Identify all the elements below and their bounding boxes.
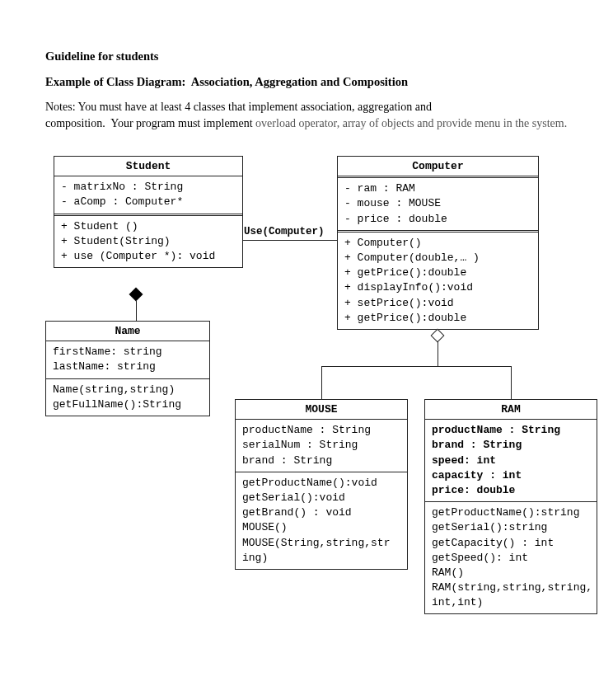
heading-example: Example of Class Diagram: Association, A… — [45, 75, 554, 89]
class-name-ops: Name(string,string) getFullName():String — [46, 378, 209, 416]
class-ram-title: RAM — [425, 400, 597, 420]
heading-guideline: Guideline for students — [45, 49, 554, 63]
class-mouse: MOUSE productName : String serialNum : S… — [235, 399, 408, 570]
class-computer: Computer - ram : RAM - mouse : MOUSE - p… — [337, 156, 539, 330]
notes-paragraph: Notes: You must have at least 4 classes … — [45, 99, 554, 131]
diamond-aggregation-computer — [431, 329, 445, 343]
notes-line2a: composition. Your program must implement — [45, 117, 255, 129]
class-name-attrs: firstName: string lastName: string — [46, 341, 209, 378]
class-computer-ops: + Computer() + Computer(double,… ) + get… — [338, 230, 538, 329]
class-mouse-title: MOUSE — [236, 400, 407, 420]
class-student-attrs: - matrixNo : String - aComp : Computer* — [54, 176, 242, 213]
class-student: Student - matrixNo : String - aComp : Co… — [54, 156, 243, 268]
connector-to-mouse — [321, 366, 322, 399]
class-student-title: Student — [54, 157, 242, 176]
connector-student-name — [136, 300, 137, 321]
label-use-computer: Use(Computer) — [244, 226, 325, 237]
connector-student-computer — [243, 240, 337, 241]
class-ram-attrs: productName : String brand : String spee… — [425, 420, 597, 501]
class-mouse-ops: getProductName():void getSerial():void g… — [236, 472, 407, 569]
class-ram-ops: getProductName():string getSerial():stri… — [425, 501, 597, 613]
connector-computer-stub — [438, 341, 438, 366]
class-student-ops: + Student () + Student(String) + use (Co… — [54, 214, 242, 268]
connector-agg-split — [321, 366, 511, 367]
class-ram: RAM productName : String brand : String … — [424, 399, 597, 614]
class-name: Name firstName: string lastName: string … — [45, 321, 210, 416]
class-mouse-attrs: productName : String serialNum : String … — [236, 420, 407, 472]
class-computer-attrs: - ram : RAM - mouse : MOUSE - price : do… — [338, 178, 538, 230]
class-name-title: Name — [46, 322, 209, 341]
notes-line2b: overload operator, array of objects and … — [255, 117, 567, 129]
diamond-composition-student-name — [129, 288, 143, 302]
notes-line1: Notes: You must have at least 4 classes … — [45, 101, 432, 113]
connector-to-ram — [511, 366, 512, 399]
class-computer-title: Computer — [338, 157, 538, 178]
diagram-canvas: Student - matrixNo : String - aComp : Co… — [45, 156, 556, 651]
